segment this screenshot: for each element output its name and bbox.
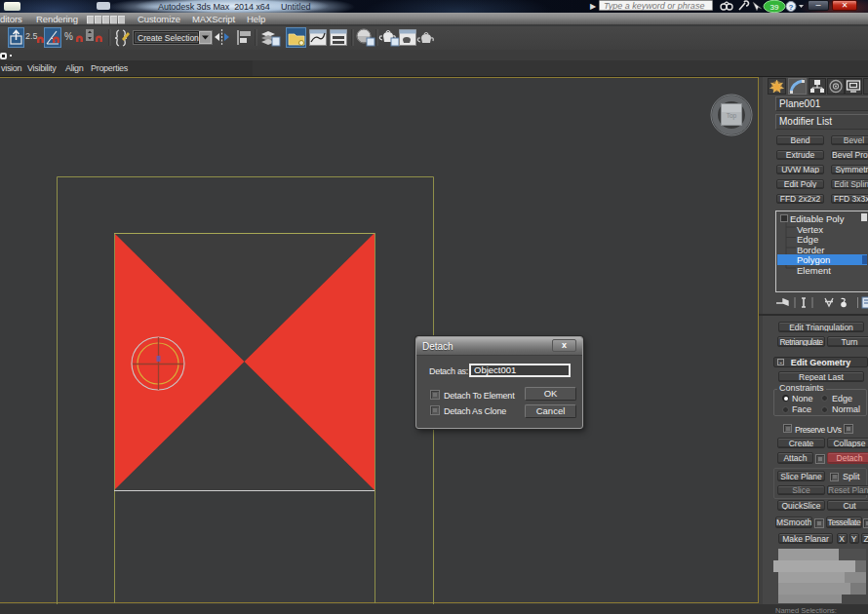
svg-text:?: ?	[789, 3, 794, 12]
svg-text:Top: Top	[727, 112, 737, 120]
svg-text:2.5: 2.5	[25, 31, 38, 41]
svg-text:39: 39	[770, 3, 779, 12]
svg-text:%: %	[64, 31, 73, 42]
